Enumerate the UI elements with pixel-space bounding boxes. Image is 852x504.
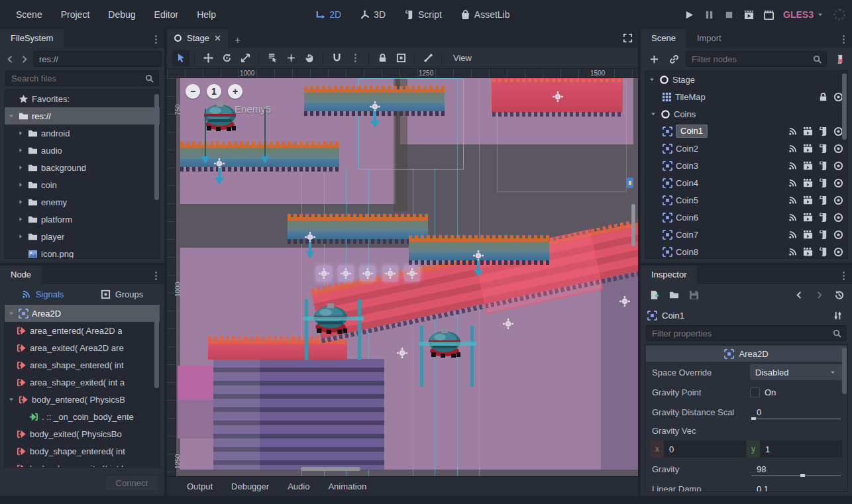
gravity-field[interactable]: 98: [750, 461, 842, 477]
group-icon[interactable]: [803, 161, 813, 171]
rotate-tool-button[interactable]: [218, 50, 235, 66]
visibility-icon[interactable]: [833, 178, 843, 188]
gravity-vec-x-field[interactable]: x 0: [651, 440, 746, 458]
tab-signals[interactable]: Signals: [3, 289, 82, 299]
fs-search-input[interactable]: [5, 70, 159, 86]
visibility-icon[interactable]: [833, 230, 843, 240]
history-forward-button[interactable]: [811, 287, 827, 302]
script-icon[interactable]: [818, 195, 828, 205]
coin-node-gizmo[interactable]: [404, 266, 420, 281]
visibility-icon[interactable]: [833, 247, 843, 257]
fs-item-android[interactable]: android: [5, 125, 160, 142]
fs-item-res[interactable]: res://: [5, 107, 160, 125]
menu-scene[interactable]: Scene: [7, 5, 52, 24]
signal-root-area2d[interactable]: Area2D: [5, 305, 160, 322]
menu-debug[interactable]: Debug: [99, 5, 144, 24]
new-scene-tab-button[interactable]: +: [228, 33, 247, 48]
panel-menu-icon[interactable]: [840, 34, 847, 45]
chevron-down-icon[interactable]: [7, 309, 15, 317]
group-icon[interactable]: [803, 230, 813, 240]
renderer-dropdown[interactable]: GLES3: [783, 9, 824, 20]
position-gizmo-icon[interactable]: [396, 347, 408, 359]
play-scene-button[interactable]: [743, 9, 754, 20]
play-button[interactable]: [684, 9, 694, 20]
signal-connection[interactable]: . :: _on_coin_body_ente: [5, 408, 160, 425]
script-icon[interactable]: [818, 178, 828, 188]
scene-node-coin1[interactable]: Coin1: [645, 123, 847, 140]
scene-node-tilemap[interactable]: TileMap: [645, 88, 847, 105]
signal-icon[interactable]: [788, 230, 798, 240]
filter-properties-input[interactable]: [646, 325, 847, 341]
history-back-button[interactable]: [791, 287, 807, 302]
linear-damp-field[interactable]: 0.1: [750, 481, 842, 492]
fs-item-audio[interactable]: audio: [5, 142, 160, 159]
group-icon[interactable]: [803, 195, 813, 205]
signal-icon[interactable]: [788, 178, 798, 188]
signal-body-entered[interactable]: body_entered( PhysicsB: [5, 391, 160, 408]
scale-tool-button[interactable]: [237, 50, 254, 66]
group-object-button[interactable]: [392, 50, 409, 66]
view-menu-button[interactable]: View: [447, 50, 478, 66]
signal-icon[interactable]: [788, 161, 798, 171]
panel-menu-icon[interactable]: [152, 270, 159, 281]
fs-item-enemy[interactable]: enemy: [5, 193, 160, 211]
visibility-icon[interactable]: [833, 144, 843, 154]
coin-node-gizmo[interactable]: [316, 266, 332, 281]
visibility-icon[interactable]: [833, 213, 843, 223]
signal-icon[interactable]: [788, 213, 798, 223]
scene-node-coin7[interactable]: Coin7: [645, 226, 847, 243]
zoom-in-button[interactable]: +: [228, 84, 242, 99]
space-override-dropdown[interactable]: Disabled: [750, 364, 842, 380]
2d-viewport-canvas[interactable]: Enemy5: [167, 69, 638, 476]
coin-node-gizmo[interactable]: [382, 266, 398, 281]
stop-button[interactable]: [723, 9, 734, 20]
chevron-right-icon[interactable]: [17, 146, 25, 154]
script-icon[interactable]: [818, 144, 828, 154]
signal-body-shape-entered[interactable]: body_shape_entered( int: [5, 442, 160, 460]
tab-animation[interactable]: Animation: [320, 479, 374, 494]
pivot-tool-button[interactable]: [282, 50, 299, 66]
list-select-tool-button[interactable]: [264, 50, 281, 66]
menu-project[interactable]: Project: [52, 5, 99, 24]
fs-item-coin[interactable]: coin: [5, 176, 160, 193]
chevron-right-icon[interactable]: [17, 215, 25, 223]
object-history-button[interactable]: [831, 287, 847, 302]
chevron-right-icon[interactable]: [17, 181, 25, 189]
detach-script-button[interactable]: [831, 52, 847, 66]
signal-icon[interactable]: [788, 195, 798, 205]
group-icon[interactable]: [803, 126, 813, 136]
viewport-vertical-scrollbar[interactable]: [631, 204, 635, 246]
signal-icon[interactable]: [788, 126, 798, 136]
red-platform-sprite[interactable]: [492, 78, 623, 113]
group-icon[interactable]: [803, 247, 813, 257]
menu-editor[interactable]: Editor: [145, 5, 188, 24]
load-resource-button[interactable]: [666, 287, 682, 302]
panel-menu-icon[interactable]: [840, 270, 847, 281]
chevron-down-icon[interactable]: [7, 112, 15, 120]
coin-node-gizmo[interactable]: [360, 266, 376, 281]
add-node-button[interactable]: [646, 52, 662, 66]
scene-node-coins[interactable]: Coins: [645, 105, 847, 123]
signal-icon[interactable]: [788, 247, 798, 257]
fs-item-platform[interactable]: platform: [5, 211, 160, 228]
connect-button[interactable]: Connect: [105, 475, 159, 491]
workspace-2d-button[interactable]: 2D: [309, 6, 348, 23]
chevron-right-icon[interactable]: [17, 164, 25, 172]
chevron-down-icon[interactable]: [7, 395, 15, 403]
visibility-icon[interactable]: [833, 161, 843, 171]
scene-node-coin6[interactable]: Coin6: [645, 209, 847, 226]
fs-item-background[interactable]: background: [5, 159, 160, 176]
chevron-right-icon[interactable]: [17, 129, 25, 137]
signal-body-exited[interactable]: body_exited( PhysicsBo: [5, 425, 160, 442]
script-icon[interactable]: [818, 247, 828, 257]
tab-import[interactable]: Import: [686, 29, 732, 48]
lock-icon[interactable]: [818, 92, 828, 102]
script-icon[interactable]: [818, 161, 828, 171]
tab-inspector[interactable]: Inspector: [641, 266, 697, 284]
panel-menu-icon[interactable]: [152, 34, 159, 45]
group-icon[interactable]: [803, 144, 813, 154]
tab-output[interactable]: Output: [179, 479, 221, 494]
pan-tool-button[interactable]: [301, 50, 318, 66]
chevron-right-icon[interactable]: [17, 232, 25, 240]
object-tools-icon[interactable]: [829, 308, 845, 323]
